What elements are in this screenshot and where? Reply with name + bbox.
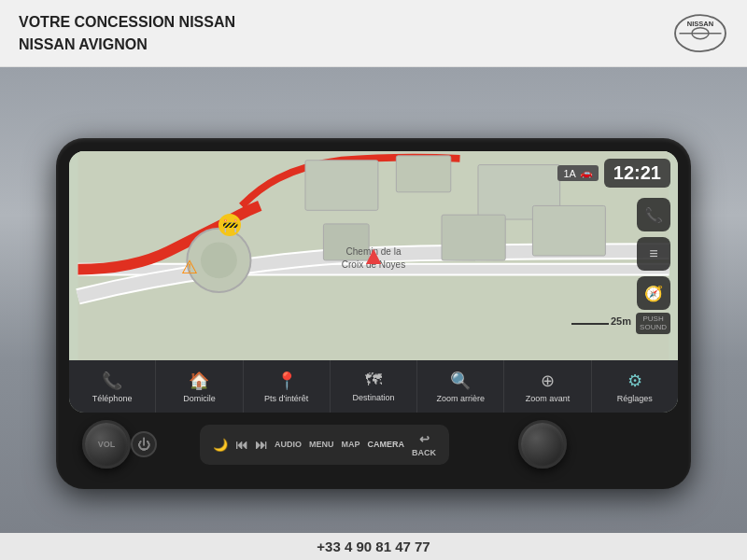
map-nav-bar: 📞 Téléphone 🏠 Domicile 📍 Pts d'intérêt 🗺… [69, 360, 678, 413]
camera-button[interactable]: CAMERA [364, 438, 409, 451]
telephone-icon: 📞 [102, 371, 122, 391]
infotainment-screen: 🚧 ⚠ ▲ Chemin de la Croix de Noyes 1A 🚗 [69, 151, 678, 413]
nav-telephone[interactable]: 📞 Téléphone [69, 360, 156, 413]
audio-button[interactable]: AUDIO [271, 438, 305, 451]
header: VOTRE CONCESSION NISSAN NISSAN AVIGNON N… [0, 0, 747, 67]
night-mode-button[interactable]: 🌙 [209, 436, 232, 454]
map-area: 🚧 ⚠ ▲ Chemin de la Croix de Noyes 1A 🚗 [69, 151, 678, 360]
svg-rect-9 [305, 161, 378, 211]
vol-label: VOL [98, 440, 116, 449]
controls-row: ⏻ VOL 🌙 ⏮ ⏭ AUDIO [69, 413, 678, 476]
push-sound-button[interactable]: PUSHSOUND [636, 313, 670, 334]
settings-icon: ⚙ [627, 371, 642, 391]
prev-icon: ⏮ [235, 438, 247, 452]
next-icon: ⏭ [255, 438, 267, 452]
nissan-logo: NISSAN [672, 10, 728, 57]
status-text: 1A [563, 168, 575, 179]
nav-poi[interactable]: 📍 Pts d'intérêt [244, 360, 331, 413]
nav-domicile[interactable]: 🏠 Domicile [156, 360, 243, 413]
zoom-in-icon: ⊕ [541, 371, 555, 391]
nav-settings[interactable]: ⚙ Réglages [592, 360, 678, 413]
map-top-bar: 1A 🚗 12:21 [557, 159, 670, 188]
next-track-button[interactable]: ⏭ [251, 436, 271, 454]
footer-phone: +33 4 90 81 47 77 [0, 533, 747, 560]
distance-label: 25m [611, 315, 631, 327]
infotainment-unit: 🚧 ⚠ ▲ Chemin de la Croix de Noyes 1A 🚗 [56, 138, 691, 489]
back-button[interactable]: ↩ BACK [408, 430, 440, 459]
nav-zoom-in[interactable]: ⊕ Zoom avant [504, 360, 591, 413]
zoom-out-icon: 🔍 [450, 371, 471, 391]
car-icon: 🚗 [580, 167, 593, 179]
audio-label: AUDIO [275, 440, 302, 449]
volume-knob[interactable]: VOL [82, 420, 131, 469]
nav-zoom-out-label: Zoom arrière [437, 394, 486, 403]
map-status-box: 1A 🚗 [557, 165, 598, 181]
nav-destination-label: Destination [352, 393, 394, 402]
svg-rect-10 [396, 156, 450, 192]
nav-destination[interactable]: 🗺 Destination [331, 360, 417, 413]
nav-domicile-label: Domicile [183, 394, 216, 403]
list-icon[interactable]: ≡ [637, 237, 670, 271]
nav-zoom-out[interactable]: 🔍 Zoom arrière [417, 360, 504, 413]
map-clock: 12:21 [604, 159, 670, 188]
phone-nav-icon[interactable]: 📞 [637, 198, 670, 231]
dealer-info: VOTRE CONCESSION NISSAN NISSAN AVIGNON [19, 11, 235, 56]
back-icon: ↩ [419, 432, 430, 446]
menu-label: MENU [309, 440, 334, 449]
night-icon: 🌙 [213, 438, 228, 452]
dealer-line1: VOTRE CONCESSION NISSAN [19, 11, 235, 34]
prev-track-button[interactable]: ⏮ [232, 436, 251, 454]
map-button[interactable]: MAP [338, 438, 364, 451]
phone-number: +33 4 90 81 47 77 [317, 539, 430, 554]
car-interior: 🚧 ⚠ ▲ Chemin de la Croix de Noyes 1A 🚗 [0, 67, 747, 560]
map-right-panel: 📞 ≡ 🧭 [637, 198, 670, 310]
traffic-icon: 🚧 [218, 214, 241, 236]
svg-text:NISSAN: NISSAN [687, 20, 713, 28]
svg-rect-13 [442, 215, 505, 260]
warning-triangle: ⚠ [181, 256, 198, 278]
destination-icon: 🗺 [365, 371, 382, 390]
right-knob[interactable] [518, 420, 567, 469]
camera-label: CAMERA [368, 440, 405, 449]
svg-point-8 [201, 242, 237, 278]
nav-telephone-label: Téléphone [92, 394, 133, 403]
power-button[interactable]: ⏻ [131, 431, 157, 457]
poi-icon: 📍 [276, 371, 297, 391]
svg-rect-14 [532, 205, 605, 256]
compass-icon[interactable]: 🧭 [637, 276, 670, 310]
map-label-btn: MAP [342, 440, 360, 449]
function-buttons: 🌙 ⏮ ⏭ AUDIO MENU MAP CAMERA [200, 425, 449, 465]
menu-button[interactable]: MENU [305, 438, 338, 451]
distance-bar [571, 323, 609, 325]
nav-settings-label: Réglages [617, 394, 653, 403]
nav-zoom-in-label: Zoom avant [526, 394, 571, 403]
dealer-line2: NISSAN AVIGNON [19, 34, 235, 56]
back-label: BACK [412, 448, 436, 457]
power-icon: ⏻ [137, 437, 150, 452]
navigation-arrow: ▲ [360, 241, 387, 271]
nav-poi-label: Pts d'intérêt [264, 394, 308, 403]
home-icon: 🏠 [189, 371, 209, 391]
map-distance-indicator: 25m [571, 315, 631, 327]
